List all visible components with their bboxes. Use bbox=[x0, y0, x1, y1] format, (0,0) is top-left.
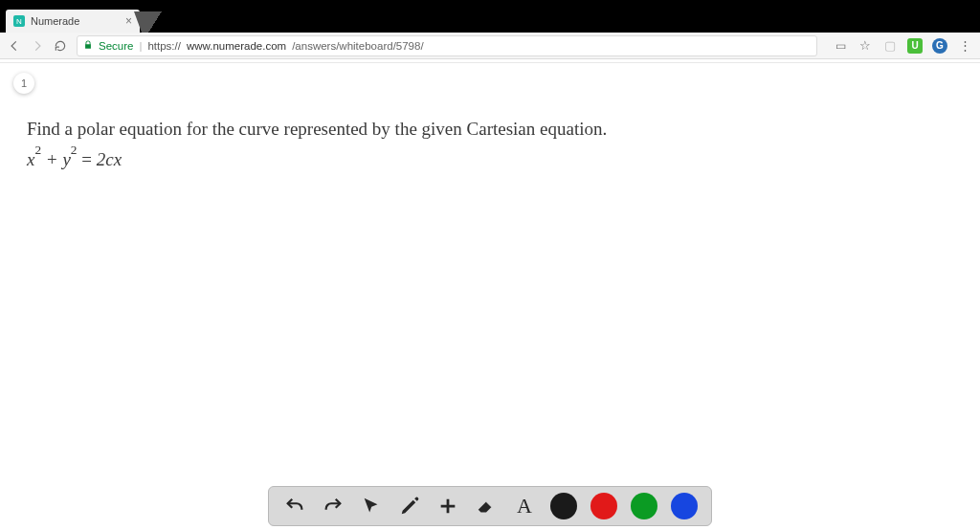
url-path: /answers/whiteboard/5798/ bbox=[292, 40, 423, 52]
pointer-tool[interactable] bbox=[359, 494, 384, 519]
back-button[interactable] bbox=[8, 39, 21, 53]
tab-strip: N Numerade × bbox=[0, 10, 980, 33]
tab-title: Numerade bbox=[31, 15, 79, 27]
color-swatch-blue[interactable] bbox=[671, 493, 698, 519]
address-bar-row: Secure | https://www.numerade.com/answer… bbox=[0, 33, 980, 59]
url-host: www.numerade.com bbox=[187, 40, 286, 52]
whiteboard-toolbar: A bbox=[268, 486, 712, 526]
secure-label: Secure bbox=[99, 40, 133, 52]
eraser-tool[interactable] bbox=[474, 494, 499, 519]
reload-button[interactable] bbox=[54, 39, 67, 53]
text-tool[interactable]: A bbox=[512, 494, 537, 519]
browser-tab-active[interactable]: N Numerade × bbox=[6, 10, 140, 33]
toolbar-right: ▭ ☆ ▢ U G ⋮ bbox=[827, 38, 972, 54]
extension-green-icon[interactable]: U bbox=[907, 38, 923, 54]
extension-grammarly-icon[interactable]: G bbox=[932, 38, 947, 54]
problem-block: Find a polar equation for the curve repr… bbox=[27, 117, 953, 170]
pencil-tool[interactable] bbox=[397, 494, 422, 519]
step-badge[interactable]: 1 bbox=[13, 73, 34, 94]
omnibox[interactable]: Secure | https://www.numerade.com/answer… bbox=[77, 35, 817, 56]
new-tab-hint[interactable] bbox=[134, 11, 176, 33]
star-icon[interactable]: ☆ bbox=[858, 38, 873, 54]
equation-text: x2 + y2 = 2cx bbox=[27, 149, 122, 169]
undo-button[interactable] bbox=[282, 494, 307, 519]
color-swatch-red[interactable] bbox=[590, 493, 617, 519]
color-swatch-green[interactable] bbox=[631, 493, 657, 519]
lock-icon bbox=[83, 40, 93, 52]
step-number: 1 bbox=[21, 77, 27, 89]
screen-icon[interactable]: ▢ bbox=[882, 38, 898, 54]
add-tool[interactable] bbox=[435, 494, 460, 519]
redo-button[interactable] bbox=[321, 494, 345, 519]
problem-statement: Find a polar equation for the curve repr… bbox=[27, 117, 953, 142]
forward-button[interactable] bbox=[31, 39, 44, 53]
menu-icon[interactable]: ⋮ bbox=[957, 38, 972, 54]
url-protocol: https:// bbox=[147, 40, 181, 52]
color-swatch-black[interactable] bbox=[550, 493, 577, 519]
card-icon[interactable]: ▭ bbox=[833, 38, 848, 54]
text-tool-label: A bbox=[517, 494, 532, 519]
problem-equation: x2 + y2 = 2cx bbox=[27, 147, 953, 170]
window-top-bar bbox=[0, 0, 980, 10]
favicon-icon: N bbox=[13, 15, 25, 27]
close-tab-icon[interactable]: × bbox=[125, 15, 132, 27]
page-content: 1 Find a polar equation for the curve re… bbox=[0, 63, 980, 530]
separator: | bbox=[139, 40, 142, 52]
